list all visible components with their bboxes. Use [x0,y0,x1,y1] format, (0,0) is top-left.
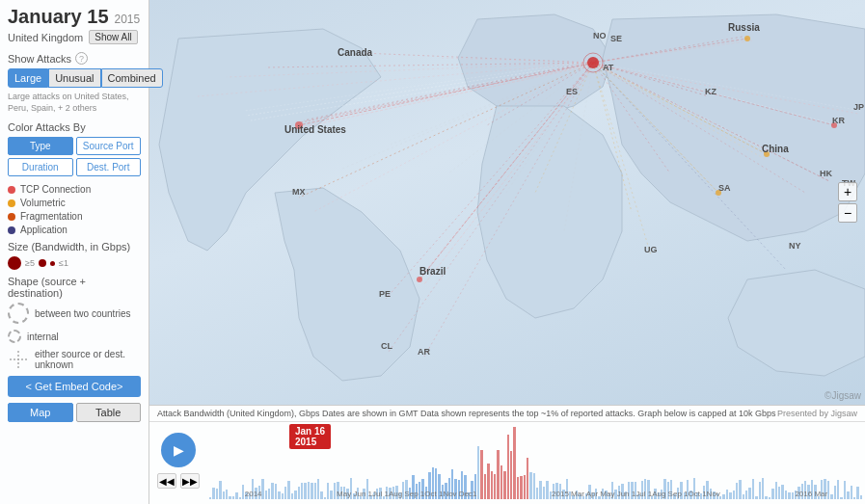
attack-type-group: Large Unusual Combined [8,68,141,88]
combined-button[interactable]: Combined [101,68,163,88]
map-area[interactable]: Canada United States Brazil Russia China… [149,0,865,405]
russia-label: Russia [728,22,760,33]
location-row: United Kingdom Show All [8,30,141,44]
timeline-info-text: Attack Bandwidth (United Kingdom), Gbps … [157,409,775,418]
application-dot [8,226,15,234]
dashed-circle-large-icon [8,303,29,324]
tcp-label: TCP Connection [20,184,91,195]
watermark: ©Jigsaw [824,390,861,401]
size-dot-medium [39,259,46,267]
svg-text:NO: NO [593,31,607,40]
play-button[interactable]: ▶ [161,433,196,467]
timeline-labels: 2014 May Jun 1Jul 1Aug Sep 1Oct 1Nov Dec… [207,490,865,498]
size-label-small: ≤1 [59,258,68,268]
svg-text:CL: CL [381,341,392,351]
tcp-dot [8,186,15,194]
dest-port-button[interactable]: Dest. Port [76,158,142,176]
svg-text:SA: SA [718,183,731,193]
unknown-shape-icon [8,349,29,370]
attack-note: Large attacks on United States, Peru, Sp… [8,92,141,114]
date-header: January 15 2015 [8,6,141,28]
unusual-button[interactable]: Unusual [48,68,100,88]
timeline-area: Attack Bandwidth (United Kingdom), Gbps … [149,405,865,504]
svg-text:SE: SE [610,34,622,43]
timeline-info-bar: Attack Bandwidth (United Kingdom), Gbps … [149,406,865,422]
type-button[interactable]: Type [8,137,73,155]
svg-text:MX: MX [292,187,306,197]
size-dot-small [50,261,55,266]
legend-application: Application [8,225,141,235]
fragmentation-dot [8,213,15,221]
volumetric-dot [8,199,15,207]
svg-text:HK: HK [820,169,832,178]
fragmentation-label: Fragmentation [20,211,82,222]
shape-two-countries-label: between two countries [35,308,131,319]
us-label: United States [284,124,346,135]
svg-point-53 [417,277,422,282]
size-label: Size (Bandwidth, in Gbps) [8,241,141,252]
legend-tcp: TCP Connection [8,184,141,195]
map-svg: Canada United States Brazil Russia China… [149,0,865,405]
date-marker: Jan 16 2015 [289,424,331,449]
skip-forward-button[interactable]: ▶▶ [180,473,200,489]
large-button[interactable]: Large [8,68,48,88]
shape-label: Shape (source + destination) [8,276,141,299]
legend: TCP Connection Volumetric Fragmentation … [8,184,141,235]
timeline-chart[interactable]: Jan 16 2015 2014 May Jun 1Jul 1Aug Sep 1… [207,422,865,499]
zoom-out-button[interactable]: − [838,203,857,223]
size-label-large: ≥5 [25,258,35,268]
svg-text:NY: NY [789,241,801,251]
application-label: Application [20,225,68,235]
dashed-circle-small-icon [8,330,21,343]
shape-section: Shape (source + destination) between two… [8,276,141,370]
svg-text:AT: AT [603,63,614,72]
view-toggle: Map Table [8,403,141,422]
zoom-controls: + − [838,182,857,223]
timeline-bar [513,427,515,499]
svg-text:JP: JP [853,102,864,112]
legend-volumetric: Volumetric [8,198,141,208]
year-display: 2015 [115,13,141,26]
skip-back-button[interactable]: ◀◀ [157,473,176,489]
show-attacks-label: Show Attacks ? [8,52,141,65]
shape-two-countries: between two countries [8,303,141,324]
svg-text:PE: PE [379,289,391,299]
presented-by: Presented by Jigsaw [777,409,857,418]
size-dots: ≥5 ≤1 [8,256,141,270]
map-view-button[interactable]: Map [8,403,73,422]
show-all-button[interactable]: Show All [89,30,137,44]
svg-point-54 [744,36,750,41]
source-port-button[interactable]: Source Port [76,137,142,155]
timeline-controls: ▶ ◀◀ ▶▶ Jan 16 2015 2014 May Jun 1Jul 1A… [149,422,865,499]
brazil-label: Brazil [419,266,446,277]
embed-code-button[interactable]: < Get Embed Code> [8,376,141,397]
location-label: United Kingdom [8,32,83,43]
hub-dot [587,57,599,68]
table-view-button[interactable]: Table [76,403,142,422]
china-label: China [762,144,789,154]
shape-unknown-label: either source or dest. unknown [35,349,141,370]
duration-button[interactable]: Duration [8,158,73,176]
zoom-in-button[interactable]: + [838,182,857,201]
skip-controls: ◀◀ ▶▶ [157,473,200,489]
shape-internal: internal [8,330,141,343]
shape-internal-label: internal [27,332,59,342]
color-attacks-label: Color Attacks By [8,121,141,133]
size-section: Size (Bandwidth, in Gbps) ≥5 ≤1 [8,241,141,270]
sidebar: January 15 2015 United Kingdom Show All … [0,0,149,504]
legend-fragmentation: Fragmentation [8,211,141,222]
help-icon[interactable]: ? [75,52,88,65]
shape-unknown: either source or dest. unknown [8,349,141,370]
svg-text:UG: UG [644,245,658,254]
size-dot-large [8,256,21,270]
svg-text:KZ: KZ [705,87,716,96]
canada-label: Canada [338,47,373,58]
date-display: January 15 [8,6,109,28]
svg-text:KR: KR [832,116,845,125]
svg-text:AR: AR [418,347,430,357]
svg-text:ES: ES [566,87,578,96]
volumetric-label: Volumetric [20,198,66,208]
color-button-grid: Type Source Port Duration Dest. Port [8,137,141,176]
play-controls: ▶ ◀◀ ▶▶ [149,433,207,489]
